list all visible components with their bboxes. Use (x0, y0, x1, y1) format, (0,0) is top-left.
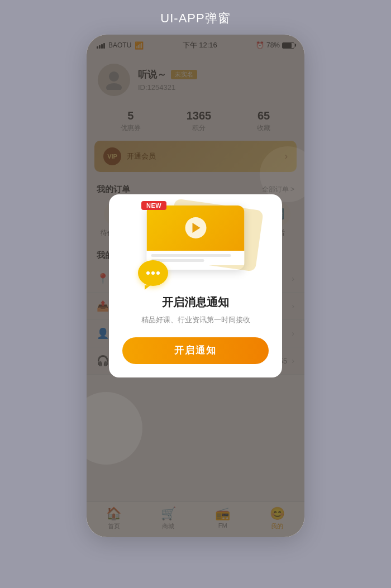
modal-description: 精品好课、行业资讯第一时间接收 (122, 314, 269, 326)
play-button (185, 217, 206, 238)
modal-title: 开启消息通知 (122, 295, 269, 310)
notification-modal: NEW (109, 194, 282, 377)
phone-frame: BAOTU 📶 下午 12:16 ⏰ 78% (87, 35, 304, 537)
play-triangle-icon (193, 223, 201, 233)
modal-overlay: NEW (87, 35, 304, 537)
chat-bubble-icon (138, 260, 168, 286)
deco-circle-right (260, 146, 304, 202)
page-title: UI-APP弹窗 (0, 0, 391, 35)
new-badge: NEW (141, 201, 166, 210)
video-card (147, 205, 245, 270)
video-thumbnail (147, 205, 245, 251)
deco-circle-left (87, 392, 142, 465)
chat-dots (146, 271, 160, 275)
enable-notification-button[interactable]: 开启通知 (122, 337, 269, 364)
modal-content: 开启消息通知 精品好课、行业资讯第一时间接收 开启通知 (109, 295, 282, 364)
modal-illustration: NEW (109, 194, 282, 295)
video-line-1 (151, 254, 231, 257)
